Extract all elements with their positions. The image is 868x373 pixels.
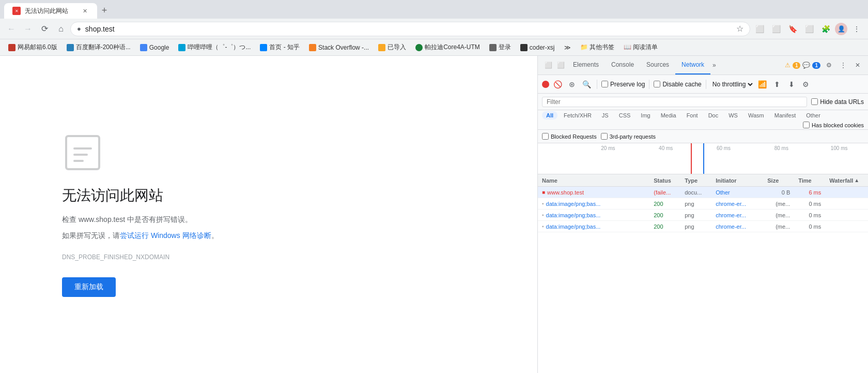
td-name-2: ▪ data:image/png;bas... <box>538 201 649 207</box>
th-status[interactable]: Status <box>649 177 680 184</box>
th-type[interactable]: Type <box>680 177 711 184</box>
bookmark-star-icon[interactable]: ☆ <box>736 24 743 34</box>
type-btn-font[interactable]: Font <box>683 111 702 120</box>
import-har-icon[interactable]: ⬆ <box>771 78 783 91</box>
td-type-4: png <box>680 223 711 230</box>
tab-groups-icon[interactable]: ⬜ <box>802 22 816 36</box>
timeline-label-40: 40 ms <box>637 145 695 151</box>
type-btn-fetch[interactable]: Fetch/XHR <box>560 111 596 120</box>
new-tab-button[interactable]: + <box>97 3 112 18</box>
settings-network-icon[interactable]: ⚙ <box>800 78 812 91</box>
bookmark-zhihu[interactable]: 首页 - 知乎 <box>256 41 304 54</box>
timeline-blue-line <box>703 143 704 174</box>
img-icon-4: ▪ <box>542 223 544 229</box>
th-initiator[interactable]: Initiator <box>711 177 763 184</box>
table-row[interactable]: ▪ data:image/png;bas... 200 png chrome-e… <box>538 198 868 210</box>
network-toolbar: 🚫 ⊛ 🔍 Preserve log Disable cache No thro… <box>538 75 868 94</box>
third-party-checkbox[interactable] <box>601 133 608 140</box>
th-time[interactable]: Time <box>794 177 825 184</box>
bookmark-import[interactable]: 已导入 <box>374 41 410 54</box>
toolbar-separator-2 <box>649 80 649 89</box>
forward-button[interactable]: → <box>21 22 35 36</box>
devtools-tab-console[interactable]: Console <box>605 56 640 74</box>
home-button[interactable]: ⌂ <box>54 22 68 36</box>
th-size[interactable]: Size <box>763 177 794 184</box>
type-btn-all[interactable]: All <box>542 111 557 120</box>
devtools-more-actions[interactable]: ⋮ <box>837 59 849 71</box>
back-button[interactable]: ← <box>4 22 19 36</box>
devtools-tab-elements[interactable]: Elements <box>567 56 605 74</box>
type-btn-js[interactable]: JS <box>598 111 613 120</box>
devtools-panel: ⬜ ⬜ Elements Console Sources Network » <box>537 56 868 373</box>
bookmark-login[interactable]: 登录 <box>485 41 515 54</box>
devtools-more-tabs[interactable]: » <box>710 62 718 69</box>
bookmark-more[interactable]: ≫ <box>560 42 575 53</box>
refresh-button[interactable]: ⟳ <box>37 22 52 36</box>
extensions-icon[interactable]: 🧩 <box>818 22 833 36</box>
throttle-select[interactable]: No throttling <box>710 80 754 88</box>
active-tab[interactable]: ✕ 无法访问此网站 ✕ <box>4 3 97 19</box>
bookmark-bilibili[interactable]: 哔哩哔哩（゜-゜）つ... <box>174 41 255 54</box>
table-row[interactable]: ▪ data:image/png;bas... 200 png chrome-e… <box>538 210 868 221</box>
type-btn-img[interactable]: Img <box>637 111 654 120</box>
devtools-tab-sources[interactable]: Sources <box>640 56 675 74</box>
timeline-label-80: 80 ms <box>752 145 810 151</box>
lock-icon: ● <box>77 25 81 33</box>
search-button[interactable]: 🔍 <box>580 78 593 91</box>
disable-cache-checkbox[interactable] <box>654 81 660 87</box>
filter-input[interactable] <box>542 97 807 107</box>
record-button[interactable] <box>542 81 549 88</box>
th-waterfall[interactable]: Waterfall ▲ <box>825 177 868 184</box>
table-row[interactable]: ■ www.shop.test (faile... docu... Other … <box>538 187 868 198</box>
table-row[interactable]: ▪ data:image/png;bas... 200 png chrome-e… <box>538 221 868 232</box>
bookmark-reading[interactable]: 📖 阅读清单 <box>619 41 662 54</box>
disable-cache-label: Disable cache <box>654 81 701 88</box>
nav-bar: ← → ⟳ ⌂ ● shop.test ☆ ⬜ ⬜ 🔖 ⬜ 🧩 👤 ⋮ <box>0 19 868 39</box>
th-name[interactable]: Name <box>538 177 649 184</box>
reload-button[interactable]: 重新加载 <box>62 277 116 297</box>
nav-right: ⬜ ⬜ 🔖 ⬜ 🧩 👤 ⋮ <box>752 22 864 36</box>
td-time-3: 0 ms <box>794 212 825 218</box>
network-table[interactable]: Name Status Type Initiator Size <box>538 174 868 373</box>
profile-avatar[interactable]: 👤 <box>835 23 847 35</box>
blocked-requests-checkbox[interactable] <box>542 133 549 140</box>
type-btn-media[interactable]: Media <box>657 111 680 120</box>
bookmark-stackoverflow[interactable]: Stack Overflow -... <box>305 42 373 53</box>
title-bar: ✕ 无法访问此网站 ✕ + <box>0 0 868 19</box>
bookmark-google[interactable]: Google <box>136 42 174 53</box>
type-btn-wasm[interactable]: Wasm <box>744 111 768 120</box>
profile-icon[interactable]: ⬜ <box>769 22 783 36</box>
hide-data-urls-checkbox[interactable] <box>811 98 818 105</box>
has-blocked-cookies-checkbox[interactable] <box>803 122 810 128</box>
type-btn-css[interactable]: CSS <box>615 111 635 120</box>
blocked-requests-label: Blocked Requests <box>542 133 597 140</box>
bookmark-other[interactable]: 📁 其他书签 <box>576 41 618 54</box>
bookmark-icon[interactable]: 🔖 <box>785 22 800 36</box>
bookmark-label-baidu: 百度翻译-200种语... <box>76 43 131 52</box>
network-diag-link[interactable]: 尝试运行 Windows 网络诊断 <box>120 231 211 240</box>
bookmark-netease[interactable]: 网易邮箱6.0版 <box>4 41 61 54</box>
devtools-close-button[interactable]: ✕ <box>851 59 864 71</box>
preserve-log-checkbox[interactable] <box>601 81 608 87</box>
td-status-3: 200 <box>649 212 680 218</box>
menu-button[interactable]: ⋮ <box>849 22 864 36</box>
devtools-device-icon[interactable]: ⬜ <box>554 59 567 71</box>
devtools-tab-network[interactable]: Network <box>675 56 710 74</box>
devtools-settings-icon[interactable]: ⚙ <box>823 59 835 71</box>
bookmark-baidu[interactable]: 百度翻译-200种语... <box>63 41 135 54</box>
devtools-inspector-icon[interactable]: ⬜ <box>542 59 554 71</box>
type-btn-other[interactable]: Other <box>802 111 825 120</box>
hide-data-urls-label: Hide data URLs <box>811 98 864 106</box>
type-btn-ws[interactable]: WS <box>724 111 742 120</box>
address-bar[interactable]: ● shop.test ☆ <box>70 22 750 36</box>
export-har-icon[interactable]: ⬇ <box>785 78 798 91</box>
tab-close-button[interactable]: ✕ <box>81 7 89 15</box>
bookmark-coder[interactable]: coder-xsj <box>516 42 559 53</box>
bookmark-utm[interactable]: 帕拉迪Core4A-UTM <box>411 41 484 54</box>
error-desc2: 如果拼写无误，请尝试运行 Windows 网络诊断。 <box>62 230 219 241</box>
cast-icon[interactable]: ⬜ <box>752 22 767 36</box>
type-btn-manifest[interactable]: Manifest <box>770 111 800 120</box>
type-btn-doc[interactable]: Doc <box>704 111 723 120</box>
filter-button[interactable]: ⊛ <box>566 78 578 91</box>
clear-button[interactable]: 🚫 <box>551 78 564 91</box>
